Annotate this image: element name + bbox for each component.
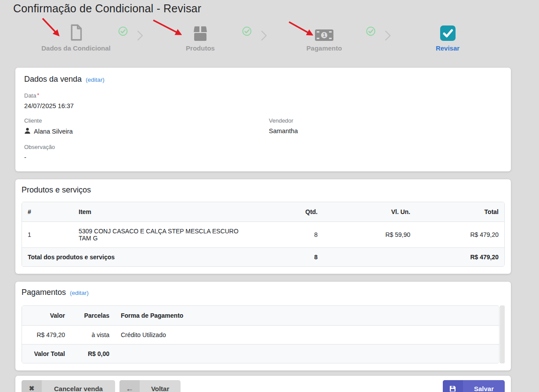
cell-parcelas: à vista <box>71 326 115 345</box>
chevron-right-icon <box>258 30 270 43</box>
col-header-valor: Valor <box>22 306 71 326</box>
observacao-field-value: - <box>24 154 502 161</box>
save-floppy-icon <box>443 380 463 392</box>
check-square-icon <box>399 22 496 41</box>
products-header-row: # Item Qtd. Vl. Un. Total <box>22 202 504 222</box>
payments-total-value: R$ 0,00 <box>71 345 115 363</box>
back-button[interactable]: ← Voltar <box>119 380 181 392</box>
col-header-qty: Qtd. <box>255 202 323 222</box>
step-complete-check-icon <box>242 26 252 38</box>
payments-total-row: Valor Total R$ 0,00 <box>22 345 499 363</box>
step-revisar[interactable]: Revisar <box>399 22 496 52</box>
action-bar: ✖ Cancelar venda ← Voltar Salvar <box>15 376 511 392</box>
arrow-left-icon: ← <box>119 380 140 392</box>
payments-edit-link[interactable]: (editar) <box>70 290 89 296</box>
page-title: Confirmação de Condicional - Revisar <box>0 0 539 15</box>
step-dados-da-condicional[interactable]: Dados da Condicional <box>28 22 124 52</box>
data-field-label: Data* <box>24 92 502 99</box>
save-button[interactable]: Salvar <box>443 380 505 392</box>
cancel-sale-label: Cancelar venda <box>42 380 115 392</box>
products-total-label: Total dos produtos e serviços <box>22 248 255 267</box>
col-header-forma: Forma de Pagamento <box>115 306 499 326</box>
payments-table-scrollbar[interactable] <box>500 305 505 363</box>
document-icon <box>28 22 124 41</box>
table-row: 1 5309 CONJ CASACO E CALÇA STEP MESCLA E… <box>22 222 504 248</box>
payments-header-row: Valor Parcelas Forma de Pagamento <box>22 306 499 326</box>
banknote-icon: 1 <box>276 22 373 41</box>
step-pagamento[interactable]: 1 Pagamento <box>276 22 373 52</box>
sale-card-title: Dados da venda <box>24 75 82 84</box>
cell-num: 1 <box>22 222 73 248</box>
vendedor-field-label: Vendedor <box>269 117 502 124</box>
col-header-total: Total <box>416 202 504 222</box>
step-label: Dados da Condicional <box>28 44 124 52</box>
cell-unit: R$ 59,90 <box>323 222 416 248</box>
payments-card-title: Pagamentos <box>22 288 66 297</box>
payments-table: Valor Parcelas Forma de Pagamento R$ 479… <box>22 305 499 363</box>
step-produtos[interactable]: Produtos <box>152 22 249 52</box>
svg-text:1: 1 <box>323 32 326 38</box>
step-complete-check-icon <box>366 26 376 38</box>
close-icon: ✖ <box>22 380 42 392</box>
col-header-item: Item <box>73 202 255 222</box>
col-header-num: # <box>22 202 73 222</box>
col-header-unit: Vl. Un. <box>323 202 416 222</box>
sale-edit-link[interactable]: (editar) <box>86 76 105 83</box>
chevron-right-icon <box>382 30 394 43</box>
person-icon <box>24 127 31 135</box>
cancel-sale-button[interactable]: ✖ Cancelar venda <box>22 380 115 392</box>
box-icon <box>152 22 249 41</box>
wizard-stepper: Dados da Condicional Produtos 1 Pagament… <box>0 17 539 57</box>
cell-forma: Crédito Utilizado <box>115 326 499 345</box>
products-table: # Item Qtd. Vl. Un. Total 1 5309 CONJ CA… <box>22 202 505 267</box>
products-card: Produtos e serviços # Item Qtd. Vl. Un. … <box>15 179 511 274</box>
products-total-row: Total dos produtos e serviços 8 R$ 479,2… <box>22 248 504 267</box>
cell-valor: R$ 479,20 <box>22 326 71 345</box>
products-total-value: R$ 479,20 <box>416 248 504 267</box>
cell-item: 5309 CONJ CASACO E CALÇA STEP MESCLA ESC… <box>73 222 255 248</box>
step-complete-check-icon <box>118 26 128 38</box>
cliente-field-value: Alana Silveira <box>34 128 73 135</box>
step-label: Revisar <box>399 44 496 52</box>
cell-qty: 8 <box>255 222 323 248</box>
products-total-qty: 8 <box>255 248 323 267</box>
chevron-right-icon <box>134 30 146 43</box>
back-label: Voltar <box>140 380 181 392</box>
sale-data-card: Dados da venda (editar) Data* 24/07/2025… <box>15 68 511 171</box>
observacao-field-label: Observação <box>24 144 502 150</box>
payments-card: Pagamentos (editar) Valor Parcelas Forma… <box>15 282 511 370</box>
cliente-field-label: Cliente <box>24 117 269 124</box>
table-row: R$ 479,20 à vista Crédito Utilizado <box>22 326 499 345</box>
vendedor-field-value: Samantha <box>269 127 502 134</box>
step-label: Produtos <box>152 44 249 52</box>
data-field-value: 24/07/2025 16:37 <box>24 102 502 109</box>
required-asterisk: * <box>37 92 39 98</box>
products-card-title: Produtos e serviços <box>22 185 91 195</box>
save-label: Salvar <box>463 380 505 392</box>
col-header-parcelas: Parcelas <box>71 306 115 326</box>
payments-total-label: Valor Total <box>22 345 71 363</box>
cell-total: R$ 479,20 <box>416 222 504 248</box>
step-label: Pagamento <box>276 44 373 52</box>
